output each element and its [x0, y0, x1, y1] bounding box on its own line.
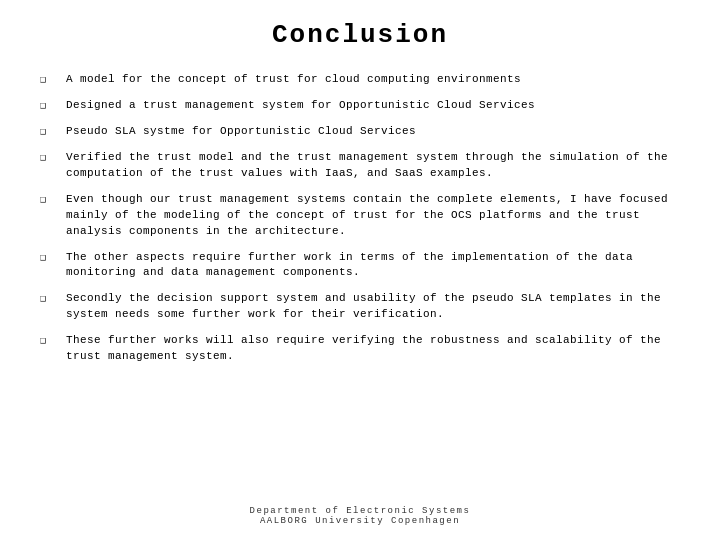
- bullet-icon-3: ❑: [40, 125, 58, 140]
- bullet-icon-2: ❑: [40, 99, 58, 114]
- bullet-text-4: Verified the trust model and the trust m…: [66, 150, 680, 182]
- bullet-text-5: Even though our trust management systems…: [66, 192, 680, 240]
- bullet-text-3: Pseudo SLA systme for Opportunistic Clou…: [66, 124, 680, 140]
- bullet-icon-5: ❑: [40, 193, 58, 208]
- bullet-icon-8: ❑: [40, 334, 58, 349]
- bullet-list: ❑A model for the concept of trust for cl…: [40, 72, 680, 365]
- footer-line1: Department of Electronic Systems: [0, 506, 720, 516]
- bullet-text-1: A model for the concept of trust for clo…: [66, 72, 680, 88]
- bullet-text-6: The other aspects require further work i…: [66, 250, 680, 282]
- bullet-item-6: ❑The other aspects require further work …: [40, 250, 680, 282]
- bullet-icon-6: ❑: [40, 251, 58, 266]
- bullet-icon-4: ❑: [40, 151, 58, 166]
- slide-title: Conclusion: [40, 20, 680, 50]
- bullet-item-1: ❑A model for the concept of trust for cl…: [40, 72, 680, 88]
- bullet-item-5: ❑Even though our trust management system…: [40, 192, 680, 240]
- slide-footer: Department of Electronic Systems AALBORG…: [0, 506, 720, 526]
- bullet-item-2: ❑Designed a trust management system for …: [40, 98, 680, 114]
- bullet-item-7: ❑Secondly the decision support system an…: [40, 291, 680, 323]
- bullet-text-7: Secondly the decision support system and…: [66, 291, 680, 323]
- slide-page: Conclusion ❑A model for the concept of t…: [0, 0, 720, 540]
- bullet-icon-7: ❑: [40, 292, 58, 307]
- bullet-text-8: These further works will also require ve…: [66, 333, 680, 365]
- bullet-item-4: ❑Verified the trust model and the trust …: [40, 150, 680, 182]
- bullet-icon-1: ❑: [40, 73, 58, 88]
- bullet-item-8: ❑These further works will also require v…: [40, 333, 680, 365]
- bullet-text-2: Designed a trust management system for O…: [66, 98, 680, 114]
- bullet-item-3: ❑Pseudo SLA systme for Opportunistic Clo…: [40, 124, 680, 140]
- footer-line2: AALBORG University Copenhagen: [0, 516, 720, 526]
